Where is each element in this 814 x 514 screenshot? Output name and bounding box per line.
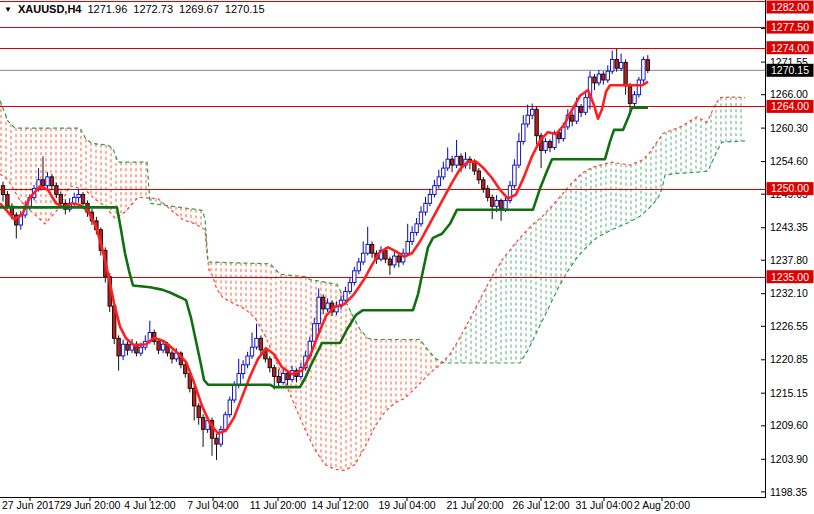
bear-candle-body [450, 159, 453, 165]
bull-candle-body [255, 338, 258, 347]
bear-candle-body [397, 256, 400, 262]
bull-candle-body [446, 159, 449, 168]
bull-candle-body [495, 200, 498, 206]
bear-candle-body [459, 156, 462, 165]
price-level-badge-label: 1250.00 [771, 182, 809, 194]
bull-candle-body [531, 109, 534, 115]
bull-candle-body [633, 95, 636, 104]
x-axis-tick-label: 11 Jul 20:00 [250, 499, 307, 511]
bear-candle-body [201, 418, 204, 430]
bear-candle-body [55, 186, 58, 195]
bear-candle-body [571, 115, 574, 121]
bull-candle-body [228, 400, 231, 415]
bull-candle-body [437, 177, 440, 186]
y-axis-tick-label: 1254.60 [770, 155, 808, 167]
y-axis-tick-label: 1266.00 [770, 88, 808, 100]
bear-candle-body [170, 353, 173, 359]
price-chart[interactable]: 1277.251271.551266.001260.301254.601249.… [0, 0, 814, 514]
ohlc-close-value: 1270.15 [225, 3, 265, 15]
bull-candle-body [522, 124, 525, 142]
price-level-badge-label: 1277.50 [771, 21, 809, 33]
bear-candle-body [215, 438, 218, 444]
bull-candle-body [597, 74, 600, 83]
price-level-badge-label: 1235.00 [771, 271, 809, 283]
bear-candle-body [6, 195, 9, 207]
y-axis-tick-label: 1260.30 [770, 122, 808, 134]
ohlc-low-value: 1269.67 [179, 3, 219, 15]
x-axis-tick-label: 14 Jul 12:00 [311, 499, 368, 511]
bull-candle-body [326, 303, 329, 309]
bid-price-badge-label: 1270.15 [771, 64, 809, 76]
bear-candle-body [593, 77, 596, 83]
bull-candle-body [619, 62, 622, 68]
bear-candle-body [59, 195, 62, 204]
bull-candle-body [611, 59, 614, 71]
bull-candle-body [344, 291, 347, 300]
bear-candle-body [197, 406, 200, 418]
bear-candle-body [157, 341, 160, 350]
bull-candle-body [161, 344, 164, 350]
bear-candle-body [126, 344, 129, 350]
symbol-dropdown-arrow[interactable]: ▼ [4, 4, 12, 15]
chart-plot-area[interactable] [0, 0, 765, 497]
bear-candle-body [491, 197, 494, 206]
price-level-badge-label: 1264.00 [771, 100, 809, 112]
x-axis-tick-label: 19 Jul 04:00 [378, 499, 435, 511]
bear-candle-body [370, 244, 373, 253]
bear-candle-body [473, 162, 476, 171]
bear-candle-body [579, 106, 582, 112]
bull-candle-body [415, 224, 418, 233]
ohlc-high-value: 1272.73 [133, 3, 173, 15]
bull-candle-body [637, 80, 640, 95]
bear-candle-body [477, 171, 480, 180]
bull-candle-body [517, 142, 520, 166]
bull-candle-body [606, 71, 609, 80]
y-axis-tick-label: 1220.85 [770, 353, 808, 365]
symbol-info-bar: ▼ XAUUSD,H4 1271.96 1272.73 1269.67 1270… [4, 3, 265, 15]
bull-candle-body [317, 297, 320, 323]
x-axis-tick-label: 21 Jul 20:00 [446, 499, 503, 511]
ohlc-open-value: 1271.96 [88, 3, 128, 15]
bear-candle-body [624, 62, 627, 86]
x-axis-tick-label: 29 Jun 20:00 [60, 499, 121, 511]
bull-candle-body [410, 233, 413, 242]
bull-candle-body [575, 106, 578, 121]
bull-candle-body [513, 165, 516, 186]
bear-candle-body [277, 377, 280, 383]
y-axis-tick-label: 1203.90 [770, 453, 808, 465]
x-axis-tick-label: 2 Aug 20:00 [634, 499, 690, 511]
bear-candle-body [615, 59, 618, 68]
x-axis-tick-label: 4 Jul 12:00 [124, 499, 176, 511]
bull-candle-body [362, 253, 365, 262]
bull-candle-body [241, 365, 244, 374]
y-axis-tick-label: 1243.35 [770, 221, 808, 233]
bull-candle-body [433, 186, 436, 195]
bear-candle-body [286, 374, 289, 380]
bull-candle-body [442, 168, 445, 177]
bear-candle-body [193, 388, 196, 406]
bull-candle-body [233, 385, 236, 400]
bull-candle-body [246, 356, 249, 365]
bear-candle-body [486, 189, 489, 198]
bull-candle-body [406, 242, 409, 254]
bull-candle-body [584, 98, 587, 113]
bull-candle-body [77, 195, 80, 198]
bull-candle-body [46, 177, 49, 186]
y-axis-tick-label: 1198.35 [770, 486, 807, 498]
bull-candle-body [139, 347, 142, 353]
y-axis-tick-label: 1237.80 [770, 254, 808, 266]
bull-candle-body [366, 244, 369, 253]
bull-candle-body [424, 203, 427, 212]
bear-candle-body [117, 338, 120, 356]
bull-candle-body [428, 195, 431, 204]
bear-candle-body [499, 200, 502, 209]
bull-candle-body [353, 271, 356, 283]
y-axis-tick-label: 1232.10 [770, 287, 808, 299]
bear-candle-body [646, 60, 649, 71]
x-axis-tick-label: 27 Jun 2017 [2, 499, 60, 511]
x-axis-tick-label: 7 Jul 04:00 [187, 499, 239, 511]
bull-candle-body [419, 212, 422, 224]
bear-candle-body [273, 368, 276, 377]
x-axis-tick-label: 31 Jul 04:00 [575, 499, 632, 511]
bear-candle-body [50, 177, 53, 186]
